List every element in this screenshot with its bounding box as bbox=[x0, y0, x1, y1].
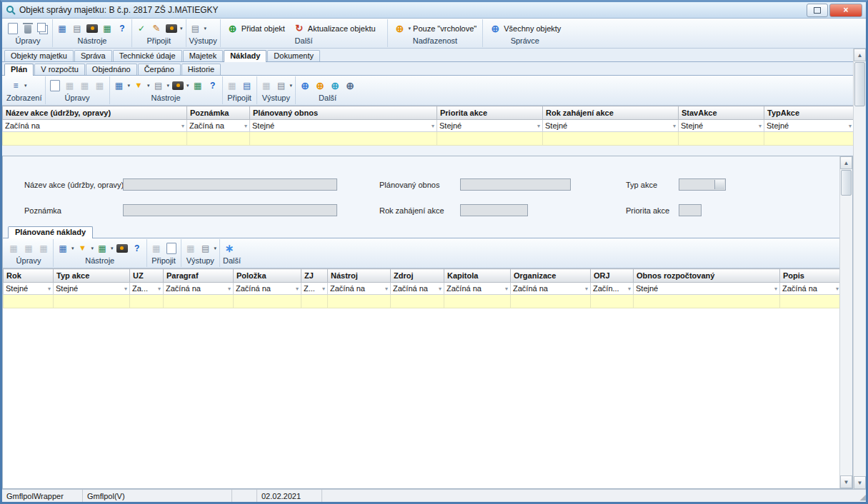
tab-v-rozpoctu[interactable]: V rozpočtu bbox=[34, 64, 85, 75]
tab-planovane-naklady[interactable]: Plánované náklady bbox=[8, 226, 93, 238]
tab-dokumenty[interactable]: Dokumenty bbox=[267, 50, 320, 61]
new-row-cell[interactable] bbox=[301, 295, 328, 308]
filter-dropdown[interactable]: Začíná na▾ bbox=[444, 283, 511, 295]
new-row-cell[interactable] bbox=[634, 295, 780, 308]
filter-dropdown[interactable]: Začín...▾ bbox=[591, 283, 634, 295]
view-menu-button[interactable]: ≡ ▾ bbox=[6, 79, 30, 92]
camera-attach-icon[interactable] bbox=[165, 22, 178, 34]
column-header[interactable]: Zdroj bbox=[391, 269, 444, 283]
tab-objekty-majetku[interactable]: Objekty majetku bbox=[4, 50, 74, 61]
filter-icon[interactable]: ▼ bbox=[132, 79, 145, 91]
chevron-down-icon[interactable]: ▾ bbox=[180, 26, 183, 31]
new-cost-icon[interactable]: ▦ bbox=[7, 242, 20, 254]
planovany-obnos-field[interactable] bbox=[460, 178, 571, 191]
tab-objednano[interactable]: Objednáno bbox=[86, 64, 137, 75]
filter-dropdown[interactable]: Stejné▾ bbox=[634, 283, 780, 295]
new-row-cell[interactable] bbox=[4, 295, 54, 308]
new-object-icon[interactable] bbox=[6, 22, 19, 34]
new-row-cell[interactable] bbox=[187, 132, 250, 146]
column-header[interactable]: Paragraf bbox=[164, 269, 234, 283]
new-row-cell[interactable] bbox=[250, 132, 437, 146]
update-object-button[interactable]: ↻ Aktualizace objektu bbox=[290, 21, 379, 35]
filter-dropdown[interactable]: Začíná na▾ bbox=[187, 120, 250, 132]
new-row-cell[interactable] bbox=[164, 295, 234, 308]
output-grid-icon[interactable]: ▦ bbox=[184, 242, 197, 254]
column-header[interactable]: Popis bbox=[780, 269, 842, 283]
chevron-down-icon[interactable]: ▾ bbox=[128, 83, 131, 89]
scroll-up-icon[interactable]: ▲ bbox=[854, 49, 866, 61]
edit-record-icon[interactable]: ▦ bbox=[64, 79, 76, 91]
panel-scrollbar[interactable]: ▲ ▼ bbox=[839, 156, 852, 488]
new-record-icon[interactable] bbox=[49, 79, 61, 91]
camera-icon[interactable] bbox=[116, 242, 129, 254]
rok-zahajeni-field[interactable] bbox=[460, 204, 528, 216]
attach-doc-icon[interactable]: ▤ bbox=[241, 79, 254, 91]
new-row-cell[interactable] bbox=[3, 132, 187, 146]
scroll-track[interactable] bbox=[854, 107, 866, 476]
combo-button[interactable] bbox=[714, 180, 724, 189]
delete-object-icon[interactable] bbox=[21, 22, 34, 34]
excel-export-icon[interactable]: ▦ bbox=[96, 242, 109, 254]
filter-icon[interactable]: ▼ bbox=[76, 242, 89, 254]
copy-record-icon[interactable]: ▦ bbox=[94, 79, 106, 91]
chevron-down-icon[interactable]: ▾ bbox=[147, 83, 150, 89]
column-header[interactable]: Obnos rozpočtovaný bbox=[634, 269, 780, 283]
nazev-akce-field[interactable] bbox=[123, 178, 337, 191]
filter-dropdown[interactable]: Stejné▾ bbox=[437, 120, 543, 132]
scroll-up-icon[interactable]: ▲ bbox=[840, 156, 852, 169]
tab-technicke-udaje[interactable]: Technické údaje bbox=[113, 50, 182, 61]
new-row-cell[interactable] bbox=[679, 132, 764, 146]
attach-grid-icon[interactable]: ▦ bbox=[150, 242, 163, 254]
tab-plan[interactable]: Plán bbox=[4, 64, 34, 76]
column-header[interactable]: TypAkce bbox=[764, 106, 854, 120]
target-blue-icon[interactable]: ⊕ bbox=[299, 79, 311, 91]
scroll-down-icon[interactable]: ▼ bbox=[840, 475, 852, 488]
snowflake-icon[interactable]: ∗ bbox=[223, 242, 236, 254]
filter-dropdown[interactable]: Za...▾ bbox=[130, 283, 164, 295]
table-view-icon[interactable]: ▦ bbox=[56, 242, 69, 254]
add-object-button[interactable]: ⊕ Přidat objekt bbox=[224, 21, 288, 35]
chevron-down-icon[interactable]: ▾ bbox=[186, 83, 189, 89]
tab-sprava[interactable]: Správa bbox=[74, 50, 112, 61]
camera-icon[interactable] bbox=[86, 22, 99, 34]
table-tool-icon[interactable]: ▦ bbox=[56, 22, 69, 34]
close-button[interactable]: × bbox=[829, 4, 862, 17]
column-header[interactable]: Položka bbox=[234, 269, 301, 283]
target-orange-icon[interactable]: ⊕ bbox=[314, 79, 326, 91]
new-row-cell[interactable] bbox=[511, 295, 591, 308]
filter-dropdown[interactable]: Začíná na▾ bbox=[780, 283, 842, 295]
filter-dropdown[interactable]: Začíná na▾ bbox=[328, 283, 391, 295]
all-objects-button[interactable]: ⊕ Všechny objekty bbox=[486, 21, 564, 35]
print-preview-icon[interactable]: ▤ bbox=[152, 79, 165, 91]
filter-dropdown[interactable]: Stejné▾ bbox=[54, 283, 130, 295]
restore-button[interactable] bbox=[807, 4, 828, 17]
chevron-down-icon[interactable]: ▾ bbox=[214, 246, 217, 251]
filter-dropdown[interactable]: Začíná na▾ bbox=[234, 283, 301, 295]
target-cyan-icon[interactable]: ⊕ bbox=[329, 79, 341, 91]
help-icon[interactable]: ? bbox=[206, 79, 219, 91]
print-output-icon[interactable]: ▤ bbox=[199, 242, 212, 254]
priorita-field[interactable] bbox=[679, 204, 702, 216]
column-header[interactable]: Poznámka bbox=[187, 106, 250, 120]
column-header[interactable]: ZJ bbox=[301, 269, 328, 283]
scroll-track[interactable] bbox=[840, 196, 852, 475]
tab-naklady[interactable]: Náklady bbox=[224, 50, 266, 62]
table-view-icon[interactable]: ▦ bbox=[113, 79, 126, 91]
filter-dropdown[interactable]: Stejné▾ bbox=[764, 120, 854, 132]
only-top-button[interactable]: ⊕ ▾ Pouze "vrcholove" bbox=[391, 21, 480, 35]
new-row-cell[interactable] bbox=[764, 132, 854, 146]
typ-akce-combo[interactable] bbox=[679, 178, 726, 191]
chevron-down-icon[interactable]: ▾ bbox=[204, 26, 207, 31]
copy-object-icon[interactable] bbox=[36, 22, 49, 34]
delete-record-icon[interactable]: ▦ bbox=[79, 79, 91, 91]
new-row-cell[interactable] bbox=[328, 295, 391, 308]
column-header[interactable]: UZ bbox=[130, 269, 164, 283]
column-header[interactable]: Kapitola bbox=[444, 269, 511, 283]
scroll-down-icon[interactable]: ▼ bbox=[854, 476, 866, 489]
new-row-cell[interactable] bbox=[591, 295, 634, 308]
tab-historie[interactable]: Historie bbox=[181, 64, 221, 75]
column-header[interactable]: StavAkce bbox=[679, 106, 764, 120]
chevron-down-icon[interactable]: ▾ bbox=[71, 246, 74, 251]
excel-export-icon[interactable]: ▦ bbox=[191, 79, 204, 91]
filter-dropdown[interactable]: Začíná na▾ bbox=[3, 120, 187, 132]
